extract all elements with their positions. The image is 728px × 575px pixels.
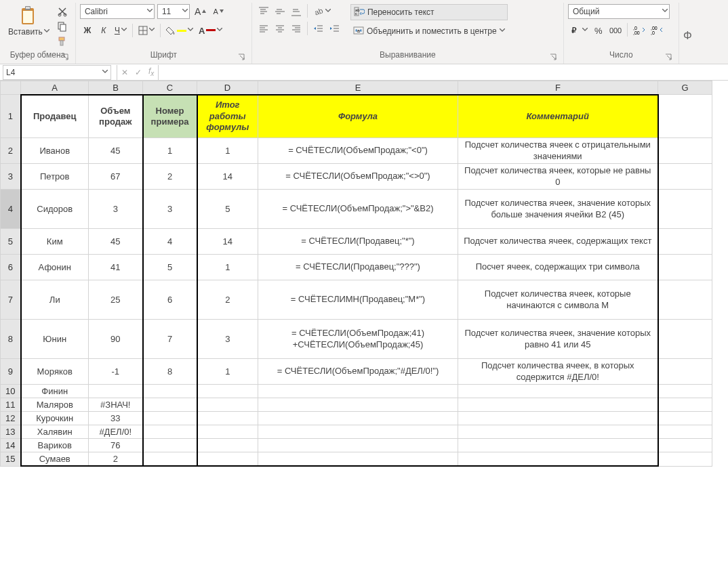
cell[interactable]: 3: [197, 320, 258, 359]
cell[interactable]: Продавец: [21, 95, 89, 138]
number-format-combo[interactable]: Общий: [568, 4, 670, 19]
cell[interactable]: [143, 398, 197, 412]
cell[interactable]: Подсчет количества ячеек, которые начина…: [458, 280, 658, 320]
cell[interactable]: [658, 190, 712, 229]
percent-format-button[interactable]: %: [591, 23, 606, 38]
cell[interactable]: [258, 398, 458, 412]
decrease-decimal-button[interactable]: ,00,0: [649, 23, 665, 38]
row-header[interactable]: 13: [1, 425, 21, 439]
cell[interactable]: Ким: [21, 229, 89, 255]
copy-button[interactable]: [56, 20, 68, 33]
cell[interactable]: Подсчет количества ячеек, значение котор…: [458, 190, 658, 229]
increase-indent-button[interactable]: [327, 22, 342, 37]
enter-formula-button[interactable]: ✓: [135, 68, 142, 77]
cell[interactable]: 6: [143, 280, 197, 320]
insert-function-button[interactable]: fx: [148, 66, 154, 77]
cell[interactable]: Петров: [21, 164, 89, 190]
cell[interactable]: 1: [143, 138, 197, 164]
cell[interactable]: 14: [197, 164, 258, 190]
cell[interactable]: 5: [197, 190, 258, 229]
row-header[interactable]: 4: [1, 190, 21, 229]
cell[interactable]: [458, 398, 658, 412]
cell[interactable]: 4: [143, 229, 197, 255]
cell[interactable]: [258, 412, 458, 425]
row-header[interactable]: 1: [1, 95, 21, 138]
formula-input[interactable]: [159, 65, 728, 80]
cell[interactable]: 1: [197, 138, 258, 164]
merge-center-button[interactable]: a Объединить и поместить в центре: [350, 23, 508, 39]
cell[interactable]: Посчет ячеек, содержащих три символа: [458, 255, 658, 280]
cell[interactable]: [458, 452, 658, 467]
name-box[interactable]: L4: [3, 65, 111, 80]
cell[interactable]: [658, 138, 712, 164]
cell[interactable]: Сумаев: [21, 452, 89, 467]
cell[interactable]: [197, 452, 258, 467]
cell[interactable]: [258, 385, 458, 398]
row-header[interactable]: 14: [1, 439, 21, 452]
cell[interactable]: [658, 229, 712, 255]
cell[interactable]: Ли: [21, 280, 89, 320]
cell[interactable]: Номер примера: [143, 95, 197, 138]
cell[interactable]: [258, 452, 458, 467]
cell[interactable]: 2: [89, 452, 143, 467]
font-name-combo[interactable]: Calibri: [80, 4, 155, 19]
row-header[interactable]: 8: [1, 320, 21, 359]
font-launcher[interactable]: [238, 53, 245, 60]
cell[interactable]: 2: [197, 280, 258, 320]
wrap-text-button[interactable]: abc Переносить текст: [350, 4, 508, 20]
cell[interactable]: [658, 425, 712, 439]
cell[interactable]: 2: [143, 164, 197, 190]
cell[interactable]: 25: [89, 280, 143, 320]
cell[interactable]: 67: [89, 164, 143, 190]
cell[interactable]: Объем продаж: [89, 95, 143, 138]
cell[interactable]: [658, 164, 712, 190]
cell[interactable]: = СЧЁТЕСЛИМН(Продавец;"М*"): [258, 280, 458, 320]
cell[interactable]: [658, 412, 712, 425]
font-color-button[interactable]: А: [197, 23, 224, 38]
cell[interactable]: [89, 385, 143, 398]
col-header[interactable]: F: [458, 81, 658, 95]
cell[interactable]: Финин: [21, 385, 89, 398]
bold-button[interactable]: Ж: [80, 23, 95, 38]
font-size-combo[interactable]: 11: [157, 4, 190, 19]
cell[interactable]: [197, 398, 258, 412]
cell[interactable]: [458, 425, 658, 439]
cell[interactable]: [258, 439, 458, 452]
cell[interactable]: 76: [89, 439, 143, 452]
cell[interactable]: [197, 385, 258, 398]
cell[interactable]: = СЧЁТЕСЛИ(ОбъемПродаж;">"&B2): [258, 190, 458, 229]
select-all-corner[interactable]: [1, 81, 21, 95]
cell[interactable]: [658, 398, 712, 412]
cell[interactable]: 90: [89, 320, 143, 359]
row-header[interactable]: 6: [1, 255, 21, 280]
cell[interactable]: [197, 439, 258, 452]
cell[interactable]: 1: [197, 255, 258, 280]
cell[interactable]: Подсчет количества ячеек, которые не рав…: [458, 164, 658, 190]
cell[interactable]: [458, 412, 658, 425]
cell[interactable]: Вариков: [21, 439, 89, 452]
row-header[interactable]: 15: [1, 452, 21, 467]
row-header[interactable]: 2: [1, 138, 21, 164]
cell[interactable]: #ДЕЛ/0!: [89, 425, 143, 439]
col-header[interactable]: B: [89, 81, 143, 95]
cell[interactable]: 3: [89, 190, 143, 229]
cell[interactable]: Формула: [258, 95, 458, 138]
align-right-button[interactable]: [289, 22, 304, 37]
cell[interactable]: [143, 452, 197, 467]
cell[interactable]: [658, 95, 712, 138]
increase-decimal-button[interactable]: ,0,00: [631, 23, 647, 38]
cell[interactable]: Халявин: [21, 425, 89, 439]
cut-button[interactable]: [56, 5, 68, 18]
cell[interactable]: [458, 385, 658, 398]
decrease-indent-button[interactable]: [311, 22, 326, 37]
cell[interactable]: Комментарий: [458, 95, 658, 138]
cell[interactable]: 45: [89, 229, 143, 255]
cell[interactable]: 14: [197, 229, 258, 255]
cell[interactable]: [143, 425, 197, 439]
cell[interactable]: Иванов: [21, 138, 89, 164]
spreadsheet-grid[interactable]: A B C D E F G 1ПродавецОбъем продажНомер…: [0, 81, 712, 467]
cell[interactable]: Юнин: [21, 320, 89, 359]
align-left-button[interactable]: [256, 22, 271, 37]
cell[interactable]: Подсчет количества ячеек с отрицательным…: [458, 138, 658, 164]
cell[interactable]: [658, 320, 712, 359]
